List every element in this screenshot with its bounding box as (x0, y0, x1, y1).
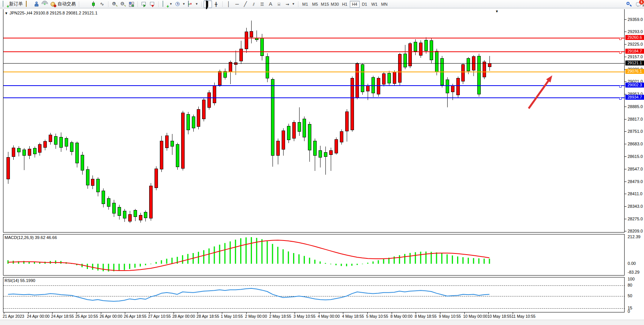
new-order-button-label: 新订单 (9, 1, 23, 7)
macd-histogram-bar (298, 254, 300, 264)
price-axis-label: 28343.0 (628, 204, 643, 209)
macd-histogram-bar (129, 264, 130, 269)
dropdown-arrow-icon: ▼ (195, 2, 198, 6)
macd-histogram-bar (209, 249, 210, 264)
crosshair-button[interactable]: ╋ (212, 0, 220, 8)
timeframe-d1[interactable]: D1 (360, 1, 370, 8)
macd-label: MACD(12,26,9) 39.62 46.66 (5, 235, 57, 240)
zoom-in-button[interactable]: + (110, 0, 119, 8)
price-tag-29121.1: 29121.1 (625, 61, 644, 65)
price-axis-label: 28209.0 (628, 229, 643, 233)
timeframe-h1[interactable]: H1 (340, 1, 350, 8)
scroll-end-marker-icon[interactable]: ▼ (495, 10, 499, 13)
macd-histogram-bar (251, 237, 252, 264)
label-button[interactable]: ⌸ (275, 0, 283, 8)
dropdown-arrow-icon: ▼ (182, 2, 185, 6)
tile-windows-button[interactable] (127, 0, 135, 8)
zoom-out-button[interactable]: − (119, 0, 127, 8)
time-axis-label: 1 May 10:55 (221, 314, 243, 319)
toolbar-separator (107, 1, 109, 7)
candlestick-chart-button[interactable] (89, 0, 98, 8)
crosshair-icon: ╋ (213, 1, 219, 7)
auto-scroll-button[interactable] (140, 0, 148, 8)
chart-shift-end-button[interactable] (148, 0, 156, 8)
bar-chart-button[interactable] (81, 0, 89, 8)
macd-histogram-bar (335, 264, 336, 265)
macd-histogram-bar (373, 261, 374, 264)
main-chart-panel[interactable] (3, 9, 625, 233)
trend-arrow-annotation[interactable] (3, 9, 625, 233)
time-axis-label: 28 Apr 18:55 (196, 314, 219, 319)
tile-windows-icon (128, 1, 134, 7)
macd-histogram-bar (288, 252, 289, 264)
timeframe-w1[interactable]: W1 (370, 1, 379, 8)
trendline-button[interactable]: ╱ (241, 0, 250, 8)
main-toolbar: 新订单自动交易∿+−▼▼▼╋│─╱⫽E☰FA⌸⇝▼M1M5M15M30H1H4D… (0, 0, 644, 8)
macd-histogram-bar (161, 260, 162, 264)
price-axis-label: 28411.0 (628, 191, 642, 196)
macd-histogram-bar (457, 256, 458, 264)
price-axis-label: 28683.0 (628, 142, 643, 146)
rsi-axis-label: 50 (628, 293, 632, 298)
macd-histogram-bar (410, 253, 411, 264)
macd-histogram-bar (182, 255, 183, 264)
macd-histogram-bar (166, 259, 167, 264)
timeframe-m30[interactable]: M30 (330, 1, 340, 8)
timeframe-h4[interactable]: H4 (350, 1, 360, 8)
notifications-icon[interactable]: 1 (636, 1, 642, 7)
channel-button[interactable]: ⫽E (250, 0, 258, 8)
macd-histogram-bar (346, 264, 347, 266)
macd-axis-label: -83.29 (628, 270, 639, 274)
macd-signal-line (8, 240, 489, 271)
auto-trading-button[interactable]: 自动交易 (49, 0, 77, 8)
toolbar-separator (78, 1, 80, 7)
fibonacci-button[interactable]: ☰F (258, 0, 266, 8)
toolbar-separator (158, 1, 159, 7)
market-watch-icon (33, 1, 40, 7)
timeframe-m1[interactable]: M1 (300, 1, 310, 8)
rsi-plot-layer (3, 277, 625, 313)
price-axis-label: 29359.0 (628, 17, 643, 22)
line-chart-button[interactable]: ∿ (98, 0, 106, 8)
collapse-arrow-icon[interactable]: ▼ (5, 11, 8, 15)
toolbar-separator (201, 1, 202, 7)
periods-button[interactable]: ▼ (174, 0, 187, 8)
price-axis-label: 29225.0 (628, 42, 643, 46)
search-icon[interactable] (626, 1, 632, 7)
macd-histogram-bar (97, 264, 99, 271)
macd-histogram-bar (103, 264, 104, 271)
timeframe-mn[interactable]: MN (379, 1, 389, 8)
new-order-button[interactable]: 新订单 (1, 0, 24, 8)
price-axis-label: 28615.0 (628, 154, 643, 159)
auto-trading-button-label: 自动交易 (57, 1, 76, 7)
new-chart-button[interactable]: ▼ (161, 0, 174, 8)
horizontal-line-button[interactable]: ─ (233, 0, 241, 8)
new-document-icon (2, 1, 8, 7)
market-watch-button[interactable] (32, 0, 41, 8)
rsi-line (8, 288, 489, 301)
timeframe-m5[interactable]: M5 (310, 1, 320, 8)
cursor-button[interactable] (204, 0, 212, 8)
macd-indicator-panel[interactable] (3, 234, 625, 276)
time-axis-label: 27 Apr 10:55 (148, 314, 171, 319)
vertical-line-button[interactable]: │ (225, 0, 233, 8)
new-document-icon (162, 1, 168, 7)
signals-button[interactable] (41, 0, 49, 8)
chart-shift-button[interactable] (24, 0, 32, 8)
templates-button[interactable]: ▼ (187, 0, 199, 8)
time-axis-label: 25 Apr 10:55 (75, 314, 98, 319)
horizontal-line-icon: ─ (234, 1, 240, 7)
label-icon: ⌸ (276, 1, 282, 7)
macd-histogram-bar (325, 263, 326, 264)
arrows-button[interactable]: ⇝▼ (283, 0, 296, 8)
timeframe-m15[interactable]: M15 (320, 1, 330, 8)
time-axis-label: 4 May 00:00 (318, 314, 340, 319)
time-axis-label: 26 Apr 18:55 (124, 314, 147, 319)
macd-histogram-bar (214, 247, 215, 264)
rsi-indicator-panel[interactable] (3, 277, 625, 312)
chart-shift-icon (149, 1, 155, 7)
macd-histogram-bar (436, 252, 437, 264)
macd-histogram-bar (235, 240, 236, 264)
time-axis-label: 3 May 10:55 (293, 314, 316, 319)
text-button[interactable]: A (266, 0, 275, 8)
